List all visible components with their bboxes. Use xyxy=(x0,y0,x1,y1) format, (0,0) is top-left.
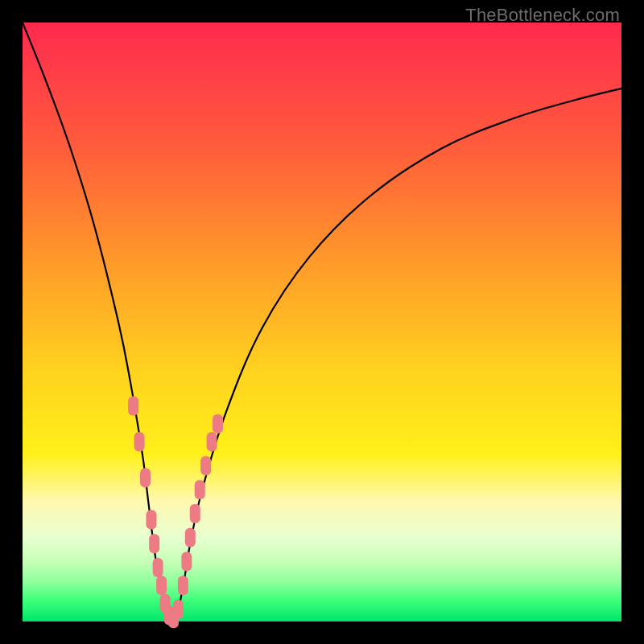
marker xyxy=(173,600,184,619)
marker xyxy=(140,468,151,487)
marker xyxy=(190,504,200,523)
curve-layer xyxy=(23,23,621,621)
marker xyxy=(213,414,223,433)
marker xyxy=(185,528,196,547)
marker xyxy=(207,432,217,452)
marker xyxy=(149,534,159,553)
marker xyxy=(200,456,211,476)
marker xyxy=(195,480,205,499)
marker xyxy=(181,552,192,572)
chart-frame: TheBottleneck.com xyxy=(0,0,644,644)
marker xyxy=(128,396,138,415)
marker xyxy=(134,432,145,452)
marker xyxy=(153,558,163,577)
marker xyxy=(146,510,156,530)
bottleneck-curve xyxy=(23,23,621,621)
plot-area xyxy=(23,23,621,621)
highlighted-markers xyxy=(128,396,223,628)
marker xyxy=(178,576,188,595)
watermark-text: TheBottleneck.com xyxy=(465,5,620,26)
marker xyxy=(156,576,167,595)
